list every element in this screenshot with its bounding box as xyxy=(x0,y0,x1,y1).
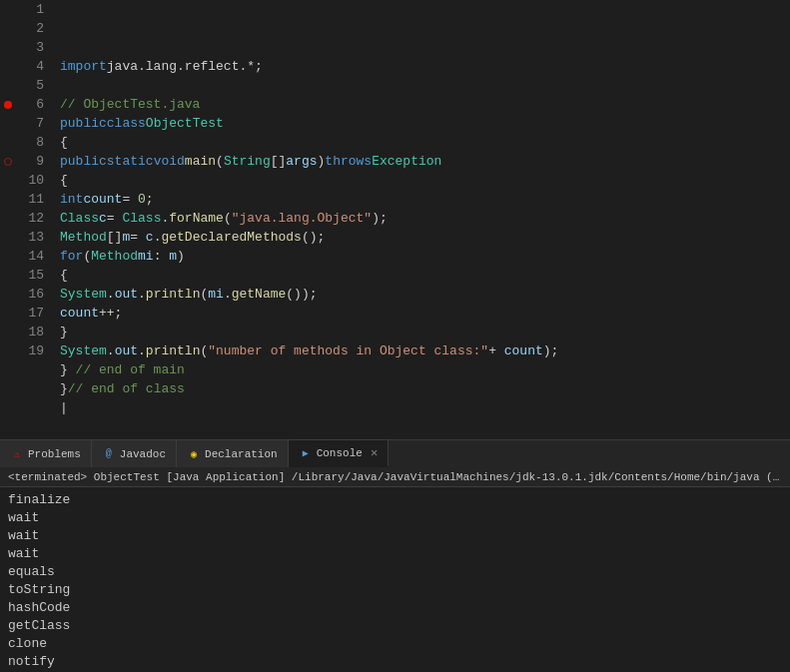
code-line-18: }// end of class xyxy=(60,379,790,398)
console-line: wait xyxy=(8,527,782,545)
console-line: finalize xyxy=(8,491,782,509)
line-num-17: 17 xyxy=(16,304,44,323)
bp-cell-19 xyxy=(0,341,16,360)
code-line-12: { xyxy=(60,266,790,285)
bp-cell-11 xyxy=(0,190,16,209)
bp-cell-18 xyxy=(0,323,16,341)
bp-cell-5 xyxy=(0,76,16,95)
line-num-7: 7 xyxy=(16,114,44,133)
code-line-4: public class ObjectTest xyxy=(60,114,790,133)
bp-cell-13 xyxy=(0,228,16,247)
line-num-15: 15 xyxy=(16,266,44,285)
bp-cell-1 xyxy=(0,0,16,19)
decl-label: Declaration xyxy=(205,448,278,460)
line-num-5: 5 xyxy=(16,76,44,95)
line-num-1: 1 xyxy=(16,0,44,19)
bp-cell-9 xyxy=(0,152,16,171)
line-num-13: 13 xyxy=(16,228,44,247)
code-line-1: import java.lang.reflect.*; xyxy=(60,57,790,76)
code-line-10: Method[]m = c.getDeclaredMethods(); xyxy=(60,228,790,247)
code-line-7: { xyxy=(60,171,790,190)
bp-cell-10 xyxy=(0,171,16,190)
bp-cell-17 xyxy=(0,304,16,323)
console-label: Console xyxy=(317,447,363,459)
line-num-2: 2 xyxy=(16,19,44,38)
bp-cell-2 xyxy=(0,19,16,38)
console-line: clone xyxy=(8,635,782,653)
code-editor[interactable]: 12345678910111213141516171819 import jav… xyxy=(0,0,790,439)
breakpoint-gutter xyxy=(0,0,16,439)
javadoc-icon: @ xyxy=(102,447,116,461)
line-num-12: 12 xyxy=(16,209,44,228)
line-num-18: 18 xyxy=(16,323,44,341)
console-line: wait xyxy=(8,509,782,527)
code-line-16: System.out.println("number of methods in… xyxy=(60,341,790,360)
code-line-8: int count = 0; xyxy=(60,190,790,209)
line-num-4: 4 xyxy=(16,57,44,76)
code-line-17: } // end of main xyxy=(60,360,790,379)
console-line: hashCode xyxy=(8,599,782,617)
console-output: finalizewaitwaitwaitequalstoStringhashCo… xyxy=(0,487,790,672)
line-num-8: 8 xyxy=(16,133,44,152)
console-header: <terminated> ObjectTest [Java Applicatio… xyxy=(0,467,790,487)
line-num-10: 10 xyxy=(16,171,44,190)
bp-cell-4 xyxy=(0,57,16,76)
line-num-16: 16 xyxy=(16,285,44,304)
bottom-tabs-bar: ⚠Problems@Javadoc◉Declaration▶Console✕ xyxy=(0,439,790,467)
problems-label: Problems xyxy=(28,448,81,460)
line-num-11: 11 xyxy=(16,190,44,209)
code-line-14: count++; xyxy=(60,304,790,323)
tab-decl[interactable]: ◉Declaration xyxy=(177,440,289,467)
console-line: wait xyxy=(8,545,782,563)
code-line-11: for (Method mi : m) xyxy=(60,247,790,266)
code-line-9: Class c = Class.forName("java.lang.Objec… xyxy=(60,209,790,228)
bp-cell-16 xyxy=(0,285,16,304)
javadoc-label: Javadoc xyxy=(120,448,166,460)
console-line: toString xyxy=(8,581,782,599)
bp-cell-3 xyxy=(0,38,16,57)
code-line-6: public static void main (String []args) … xyxy=(60,152,790,171)
line-numbers: 12345678910111213141516171819 xyxy=(16,0,52,439)
bp-cell-6 xyxy=(0,95,16,114)
console-panel: <terminated> ObjectTest [Java Applicatio… xyxy=(0,467,790,672)
code-line-5: { xyxy=(60,133,790,152)
bp-cell-8 xyxy=(0,133,16,152)
bp-cell-12 xyxy=(0,209,16,228)
problems-icon: ⚠ xyxy=(10,447,24,461)
tab-javadoc[interactable]: @Javadoc xyxy=(92,440,177,467)
line-num-6: 6 xyxy=(16,95,44,114)
code-line-19 xyxy=(60,398,790,417)
console-close[interactable]: ✕ xyxy=(371,445,378,460)
line-num-3: 3 xyxy=(16,38,44,57)
bp-cell-15 xyxy=(0,266,16,285)
line-num-19: 19 xyxy=(16,341,44,360)
code-line-3: // ObjectTest.java xyxy=(60,95,790,114)
line-num-14: 14 xyxy=(16,247,44,266)
bp-cell-14 xyxy=(0,247,16,266)
line-num-9: 9 xyxy=(16,152,44,171)
console-icon: ▶ xyxy=(299,446,313,460)
decl-icon: ◉ xyxy=(187,447,201,461)
code-content[interactable]: import java.lang.reflect.*;// ObjectTest… xyxy=(52,0,790,439)
console-line: getClass xyxy=(8,617,782,635)
code-line-15: } xyxy=(60,323,790,341)
code-line-2 xyxy=(60,76,790,95)
tab-console[interactable]: ▶Console✕ xyxy=(289,440,389,467)
tab-problems[interactable]: ⚠Problems xyxy=(0,440,92,467)
console-line: equals xyxy=(8,563,782,581)
bp-cell-7 xyxy=(0,114,16,133)
console-line: notify xyxy=(8,653,782,671)
code-line-13: System.out.println(mi.getName()); xyxy=(60,285,790,304)
